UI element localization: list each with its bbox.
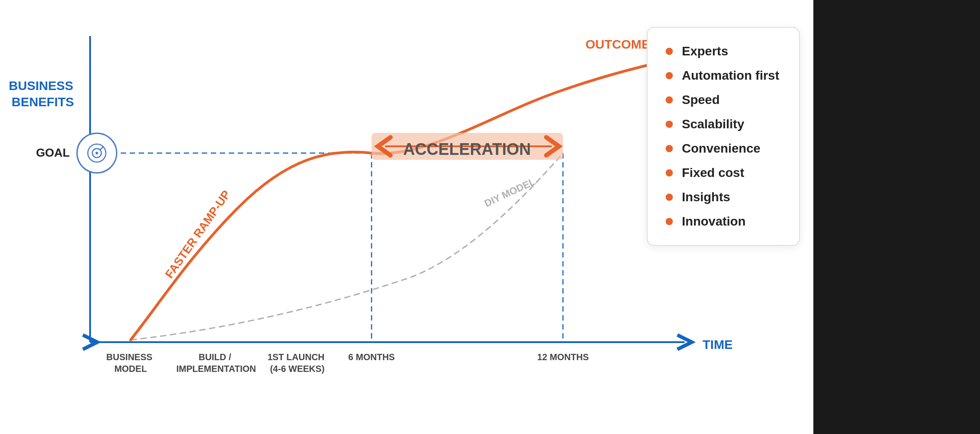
legend-label-fixed-cost: Fixed cost <box>682 166 744 180</box>
legend-label-insights: Insights <box>682 190 730 204</box>
svg-text:6 MONTHS: 6 MONTHS <box>348 352 395 362</box>
legend-label-automation: Automation first <box>682 68 779 83</box>
legend-item-automation: Automation first <box>666 68 781 83</box>
legend-dot-scalability <box>666 121 673 128</box>
svg-text:GOAL: GOAL <box>36 146 70 159</box>
dark-panel <box>813 0 980 434</box>
legend-item-experts: Experts <box>666 44 781 59</box>
legend-item-convenience: Convenience <box>666 141 781 156</box>
legend-item-fixed-cost: Fixed cost <box>666 166 781 180</box>
legend-item-speed: Speed <box>666 93 781 107</box>
legend-dot-speed <box>666 96 673 104</box>
legend-label-scalability: Scalability <box>682 117 744 131</box>
legend-item-insights: Insights <box>666 190 781 204</box>
legend-dot-insights <box>666 194 673 201</box>
legend-label-innovation: Innovation <box>682 214 746 229</box>
legend-dot-convenience <box>666 145 673 152</box>
legend-label-speed: Speed <box>682 93 720 107</box>
legend-label-convenience: Convenience <box>682 141 760 156</box>
legend-dot-innovation <box>666 218 673 225</box>
svg-text:12 MONTHS: 12 MONTHS <box>537 352 589 362</box>
legend-dot-fixed-cost <box>666 169 673 176</box>
legend-item-scalability: Scalability <box>666 117 781 131</box>
legend-dot-automation <box>666 72 673 79</box>
legend-item-innovation: Innovation <box>666 214 781 229</box>
legend-dot-experts <box>666 48 673 55</box>
main-container: BUSINESS BENEFITS TIME GOAL DIY MODEL FA… <box>0 0 980 434</box>
legend-label-experts: Experts <box>682 44 728 59</box>
legend-card: Experts Automation first Speed Scalabili… <box>647 27 800 246</box>
svg-text:TIME: TIME <box>703 338 733 352</box>
svg-text:ACCELERATION: ACCELERATION <box>403 140 531 158</box>
svg-point-12 <box>95 152 98 154</box>
